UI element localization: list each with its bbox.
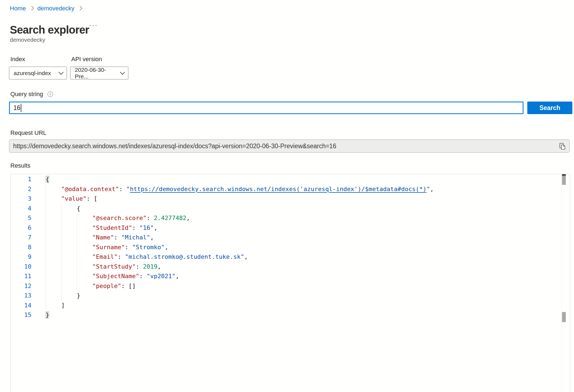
code-line-content: {	[46, 174, 49, 184]
line-number: 8	[11, 244, 46, 251]
code-token: ,	[430, 186, 434, 192]
line-number: 13	[11, 292, 46, 299]
query-input[interactable]: 16	[9, 102, 523, 114]
code-token: ,	[154, 224, 157, 231]
indent-guide	[77, 213, 77, 223]
line-number: 3	[11, 195, 46, 202]
indent-guide	[77, 233, 77, 242]
code-token: "people"	[92, 283, 121, 289]
indent-guide	[61, 213, 61, 223]
editor-scrollbar-thumb[interactable]	[562, 176, 566, 185]
code-token: "michal.stromko@.student.tuke.sk"	[125, 253, 244, 260]
more-options-icon[interactable]: ···	[87, 21, 99, 30]
code-token: :	[136, 263, 143, 270]
code-token: :	[147, 215, 154, 221]
code-token: ,	[165, 244, 168, 251]
indent-guide	[77, 281, 77, 291]
breadcrumb-home[interactable]: Home	[10, 5, 26, 12]
copy-button[interactable]	[558, 142, 567, 151]
index-select[interactable]: azuresql-index	[9, 67, 67, 79]
page-subtitle: demovedecky	[10, 37, 45, 43]
code-token: https://demovedecky.search.windows.net/i…	[130, 186, 427, 192]
indent-guide	[77, 242, 77, 252]
chevron-down-icon	[120, 70, 125, 75]
results-label: Results	[10, 162, 30, 169]
line-number: 4	[11, 205, 46, 212]
code-token: "@search.score"	[92, 215, 147, 221]
indent-guide	[46, 194, 46, 204]
code-token: "vp2021"	[147, 273, 176, 280]
code-token: {	[77, 205, 80, 212]
breadcrumb-demovedecky[interactable]: demovedecky	[37, 5, 75, 12]
editor-scrollbar-track[interactable]	[561, 174, 570, 392]
indent-guide	[61, 281, 61, 291]
line-number: 9	[11, 253, 46, 260]
code-line: 8"Surname": "Stromko",	[11, 242, 562, 252]
code-line: 4{	[11, 204, 562, 213]
indent-guide	[77, 252, 77, 262]
breadcrumb-separator-icon	[78, 6, 82, 10]
indent-guide	[77, 262, 77, 272]
indent-guide	[61, 262, 61, 272]
page-title: Search explorer	[10, 24, 89, 36]
api-version-select-value: 2020-06-30-Pre...	[75, 67, 118, 80]
indent-guide	[46, 301, 46, 310]
api-version-label: API version	[71, 56, 102, 63]
indent-guide	[61, 233, 61, 242]
api-version-select[interactable]: 2020-06-30-Pre...	[70, 67, 128, 79]
indent-guide	[61, 291, 61, 301]
code-token: ,	[244, 253, 248, 260]
results-editor[interactable]: 1{2"@odata.context": "https://demovedeck…	[10, 174, 570, 392]
line-number: 6	[11, 224, 46, 231]
indent-guide	[46, 252, 46, 262]
code-line: 1{	[11, 174, 562, 184]
indent-guide	[46, 223, 46, 233]
indent-guide	[46, 291, 46, 301]
code-line-content: "people": []	[46, 281, 136, 291]
code-token: "SubjectName"	[92, 273, 139, 280]
line-number: 7	[11, 234, 46, 241]
text-caret	[21, 104, 21, 112]
code-line: 14]	[11, 301, 562, 310]
line-number: 10	[11, 263, 46, 270]
query-input-value: 16	[13, 104, 20, 112]
code-token: :	[139, 273, 147, 280]
code-token: :	[114, 234, 121, 241]
code-line-content: }	[46, 310, 49, 320]
code-line: 13}	[11, 291, 562, 301]
query-string-label: Query string	[10, 91, 43, 98]
code-token: "@odata.context"	[61, 186, 119, 192]
indent-guide	[46, 204, 46, 213]
indent-guide	[61, 223, 61, 233]
line-number: 2	[11, 186, 46, 192]
code-token: "Surname"	[92, 244, 125, 251]
indent-guide	[46, 213, 46, 223]
chevron-down-icon	[58, 70, 63, 75]
search-button[interactable]: Search	[527, 102, 572, 114]
editor-lines: 1{2"@odata.context": "https://demovedeck…	[11, 174, 562, 320]
code-token: "Name"	[92, 234, 114, 241]
indent-guide	[46, 281, 46, 291]
code-line-content: "StartStudy": 2019,	[46, 262, 161, 272]
code-line: 12"people": []	[11, 281, 562, 291]
code-line-content: "Surname": "Stromko",	[46, 242, 168, 252]
line-number: 12	[11, 283, 46, 289]
request-url-value: https://demovedecky.search.windows.net/i…	[13, 142, 336, 150]
code-line-content: "@odata.context": "https://demovedecky.s…	[46, 184, 434, 194]
page-scrollbar-thumb[interactable]	[562, 312, 566, 322]
code-token: ,	[150, 234, 154, 241]
info-icon[interactable]: i	[48, 91, 53, 97]
request-url-field[interactable]: https://demovedecky.search.windows.net/i…	[9, 139, 570, 153]
line-number: 5	[11, 215, 46, 221]
bracket-match: }	[46, 311, 49, 318]
search-explorer-page: Home demovedecky Search explorer ··· dem…	[0, 0, 574, 392]
code-line-content: "StudentId": "16",	[46, 223, 157, 233]
code-line: 3"value": [	[11, 194, 562, 204]
code-token: 2.4277482	[154, 215, 186, 221]
code-line-content: "SubjectName": "vp2021",	[46, 271, 179, 281]
indent-guide	[61, 252, 61, 262]
code-token: "	[427, 186, 430, 192]
indent-guide	[77, 271, 77, 281]
code-token: ,	[157, 263, 161, 270]
code-token: "StartStudy"	[92, 263, 136, 270]
